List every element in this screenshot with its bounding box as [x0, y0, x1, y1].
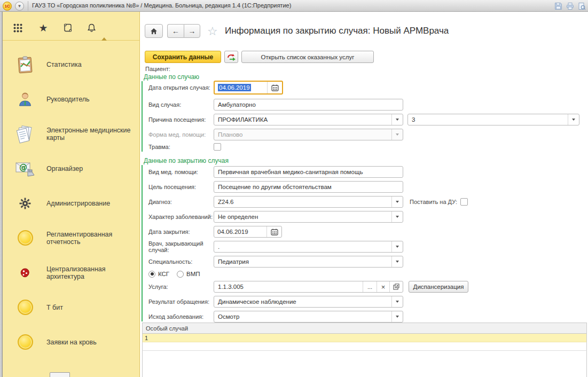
sidebar-item-label: Централизованная архитектура [46, 265, 135, 280]
sidebar-item-administration[interactable]: Администрирование [3, 186, 139, 221]
scroll-up-arrow-icon[interactable] [101, 37, 107, 41]
calendar-icon[interactable] [267, 82, 282, 93]
disease-nature-select[interactable]: Не определен [214, 211, 403, 223]
favorites-star-icon[interactable]: ★ [37, 21, 50, 34]
main-menu-arrow-button[interactable]: ▼ [15, 2, 24, 11]
sidebar-item-label: Администрирование [46, 200, 110, 207]
print-icon[interactable] [566, 2, 574, 10]
service-value[interactable]: 1.1.3.005 [214, 281, 363, 292]
post-arrows-icon [226, 53, 236, 61]
chevron-down-icon[interactable] [391, 241, 403, 252]
visit-reason-label: Причина посещения: [148, 116, 214, 123]
outcome-value: Осмотр [214, 311, 391, 322]
visit-reason-select[interactable]: ПРОФИЛАКТИКА [214, 114, 403, 125]
case-type-input[interactable]: Амбулаторно [214, 99, 403, 111]
ksg-radio-label: КСГ [158, 271, 169, 277]
chevron-down-icon[interactable] [391, 114, 403, 125]
back-button[interactable]: ← [167, 24, 184, 38]
save-file-icon[interactable] [554, 2, 562, 10]
notifications-bell-icon[interactable] [85, 21, 98, 34]
chevron-down-icon[interactable] [391, 256, 403, 267]
du-checkbox[interactable] [460, 198, 468, 206]
open-date-label: Дата открытия случая: [148, 84, 214, 91]
disease-nature-label: Характер заболеваний: [148, 214, 214, 220]
special-case-empty-row[interactable] [142, 342, 587, 351]
trauma-checkbox[interactable] [214, 143, 221, 151]
disease-nature-value: Не определен [214, 211, 391, 222]
dispensary-button[interactable]: Диспансеризация [409, 281, 468, 293]
home-button[interactable] [145, 24, 163, 38]
sidebar-item-medical-records[interactable]: Электронные медицинские карты [3, 116, 139, 151]
visit-goal-input[interactable]: Посещение по другим обстоятельствам [214, 181, 403, 193]
sidebar-item-centralized-architecture[interactable]: Централизованная архитектура [3, 255, 139, 290]
sidebar-item-label: Органайзер [46, 165, 83, 172]
post-refresh-button[interactable] [224, 51, 238, 63]
visit-reason-code-select[interactable]: 3 [407, 114, 579, 125]
history-scroll-icon[interactable] [61, 21, 74, 34]
chevron-down-icon[interactable] [391, 296, 403, 307]
sidebar-item-regulated-reporting[interactable]: Регламентированная отчетность [3, 221, 139, 255]
save-data-button[interactable]: Сохранить данные [145, 51, 221, 63]
special-case-header[interactable]: Особый случай [142, 323, 587, 334]
titlebar-separator [28, 1, 28, 11]
close-date-label: Дата закрытия: [148, 229, 214, 235]
visit-result-select[interactable]: Динамическое наблюдение [214, 296, 403, 308]
open-date-value[interactable]: 04.06.2019 [218, 84, 251, 91]
panel-divider [3, 40, 139, 41]
ksg-radio[interactable] [148, 271, 155, 278]
section-list: Статистика Руководитель [3, 47, 139, 359]
closing-doctor-select[interactable]: . [214, 241, 403, 253]
chevron-down-icon[interactable] [391, 311, 403, 322]
service-ellipsis-button[interactable]: ... [363, 281, 377, 292]
sidebar-item-organizer[interactable]: @ Органайзер [3, 151, 139, 186]
sections-panel: ★ Статистика [3, 12, 140, 377]
organizer-envelope-icon: @ [14, 158, 36, 179]
service-field[interactable]: 1.1.3.005 ... × [214, 281, 403, 293]
chevron-down-icon[interactable] [391, 211, 403, 222]
special-case-selected-row[interactable]: 1 [142, 334, 587, 342]
sidebar-item-tbit[interactable]: Т бит [3, 290, 139, 325]
red-dotted-icon [14, 262, 36, 284]
gear-icon [14, 193, 36, 214]
visit-reason-value: ПРОФИЛАКТИКА [214, 114, 391, 125]
close-date-field[interactable]: 04.06.2019 [214, 226, 282, 238]
calendar-icon[interactable] [266, 226, 281, 237]
closing-doctor-value: . [214, 241, 391, 252]
page-title: Информация по закрытию случая: Новый АРМ… [225, 26, 449, 36]
favorite-star-icon[interactable]: ☆ [207, 25, 218, 38]
care-kind-label: Вид мед. помощи: [148, 169, 214, 175]
care-kind-input[interactable]: Первичная врачебная медико-санитарная по… [214, 166, 403, 178]
open-services-button[interactable]: Открыть список оказанных услуг [241, 51, 374, 63]
all-functions-grid-icon[interactable] [11, 21, 24, 34]
open-date-field[interactable]: 04.06.2019 [214, 81, 283, 95]
chevron-down-icon[interactable] [391, 197, 403, 207]
chevron-down-icon[interactable] [568, 114, 579, 125]
closing-section-bar [142, 165, 143, 321]
outcome-label: Исход заболевания: [148, 313, 214, 320]
sidebar-item-label: Заявки на кровь [46, 339, 97, 346]
specialty-select[interactable]: Педиатрия [214, 256, 403, 268]
svg-text:@: @ [19, 163, 27, 172]
sidebar-item-manager[interactable]: Руководитель [3, 82, 139, 116]
statistics-clipboard-icon [14, 54, 36, 75]
visit-result-label: Результат обращения: [148, 299, 214, 305]
special-case-table: Особый случай 1 [142, 323, 587, 377]
trauma-label: Травма: [148, 144, 214, 150]
outcome-select[interactable]: Осмотр [214, 311, 403, 323]
sidebar-item-statistics[interactable]: Статистика [3, 47, 139, 82]
service-clear-button[interactable]: × [377, 281, 389, 292]
sidebar-item-blood-requests[interactable]: Заявки на кровь [3, 325, 139, 359]
vmp-radio[interactable] [177, 271, 184, 278]
vmp-radio-label: ВМП [186, 271, 200, 277]
case-section-bar [142, 81, 143, 152]
sidebar-item-label: Статистика [46, 61, 82, 68]
care-form-value: Планово [214, 129, 391, 140]
yellow-circle-icon [14, 227, 36, 249]
print-preview-icon[interactable] [578, 2, 586, 10]
service-open-button[interactable] [389, 281, 403, 292]
forward-button[interactable]: → [184, 24, 200, 38]
patient-label: Пациент: [145, 66, 170, 72]
special-case-body[interactable] [142, 351, 587, 377]
close-date-value[interactable]: 04.06.2019 [214, 226, 266, 237]
diagnosis-select[interactable]: Z24.6 [214, 196, 403, 208]
